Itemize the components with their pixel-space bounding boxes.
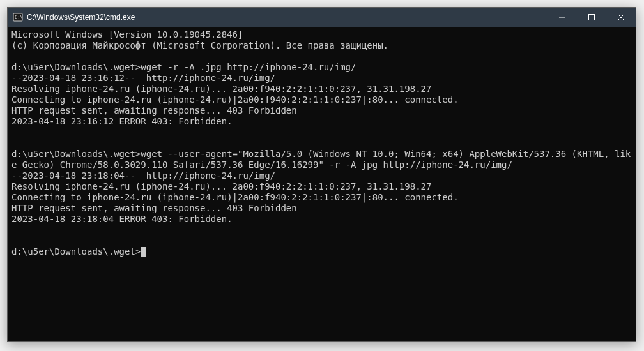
terminal-line: d:\u5er\Downloads\.wget>: [12, 246, 632, 257]
svg-rect-2: [559, 17, 565, 18]
terminal-line: [12, 127, 632, 138]
terminal-line: HTTP request sent, awaiting response... …: [12, 105, 632, 116]
cmd-app-icon: C:\: [13, 12, 23, 22]
terminal-line: Resolving iphone-24.ru (iphone-24.ru)...…: [12, 84, 632, 94]
window-title: C:\Windows\System32\cmd.exe: [27, 13, 135, 22]
terminal-line: [12, 225, 632, 235]
terminal-line: --2023-04-18 23:18:04-- http://iphone-24…: [12, 170, 632, 181]
terminal-cursor: [141, 247, 146, 257]
terminal-line: [12, 51, 632, 62]
maximize-button[interactable]: [577, 8, 606, 27]
terminal-line: Connecting to iphone-24.ru (iphone-24.ru…: [12, 94, 632, 105]
svg-rect-3: [589, 15, 595, 20]
terminal-line: (c) Корпорация Майкрософт (Microsoft Cor…: [12, 40, 632, 51]
terminal-line: --2023-04-18 23:16:12-- http://iphone-24…: [12, 73, 632, 84]
cmd-window: C:\ C:\Windows\System32\cmd.exe Microsof…: [7, 7, 636, 342]
minimize-button[interactable]: [548, 8, 577, 27]
terminal-line: d:\u5er\Downloads\.wget>wget --user-agen…: [12, 149, 632, 170]
titlebar[interactable]: C:\ C:\Windows\System32\cmd.exe: [8, 8, 636, 27]
terminal-line: d:\u5er\Downloads\.wget>wget -r -A .jpg …: [12, 62, 632, 73]
terminal-line: Connecting to iphone-24.ru (iphone-24.ru…: [12, 192, 632, 203]
terminal-line: Resolving iphone-24.ru (iphone-24.ru)...…: [12, 181, 632, 192]
svg-text:C:\: C:\: [15, 15, 23, 20]
close-button[interactable]: [606, 8, 636, 27]
terminal-output[interactable]: Microsoft Windows [Version 10.0.19045.28…: [8, 27, 636, 341]
terminal-line: HTTP request sent, awaiting response... …: [12, 203, 632, 214]
terminal-line: [12, 138, 632, 149]
terminal-line: [12, 235, 632, 246]
terminal-line: Microsoft Windows [Version 10.0.19045.28…: [12, 29, 632, 40]
terminal-line: 2023-04-18 23:18:04 ERROR 403: Forbidden…: [12, 214, 632, 225]
terminal-line: 2023-04-18 23:16:12 ERROR 403: Forbidden…: [12, 116, 632, 127]
